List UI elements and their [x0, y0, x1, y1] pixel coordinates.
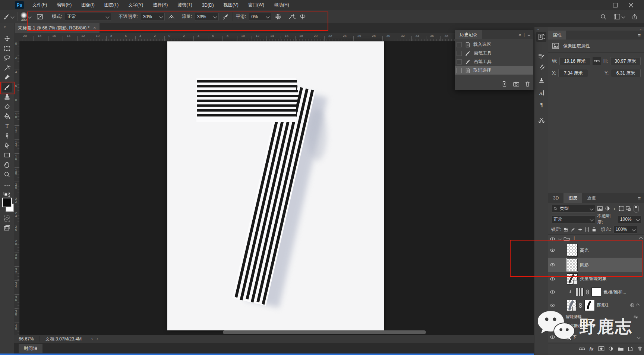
brush-tool[interactable] [2, 83, 12, 92]
move-tool[interactable] [2, 34, 12, 43]
filter-type-icon[interactable]: T [612, 206, 617, 211]
quick-selection-tool[interactable] [2, 63, 12, 72]
close-tab-button[interactable]: × [93, 25, 96, 31]
toggle-brush-settings-button[interactable] [36, 13, 44, 21]
y-field[interactable]: 6.31 厘米 [611, 69, 641, 77]
eyedropper-tool[interactable] [2, 73, 12, 82]
filter-pixel-icon[interactable] [597, 206, 603, 211]
lock-position-icon[interactable] [578, 227, 583, 232]
menu-image[interactable]: 图像(I) [76, 2, 99, 8]
menu-layer[interactable]: 图层(L) [100, 2, 124, 8]
zoom-tool[interactable] [2, 170, 12, 179]
opacity-input[interactable]: 30% [141, 13, 165, 21]
link-dimensions-button[interactable] [593, 57, 601, 65]
menu-select[interactable]: 选择(S) [148, 2, 173, 8]
lock-all-icon[interactable] [592, 227, 596, 232]
brushes-panel-icon[interactable] [536, 63, 546, 72]
history-panel-icon[interactable] [536, 32, 546, 42]
eye-icon[interactable] [550, 304, 555, 307]
brush-size-picker[interactable]: 300 [20, 12, 31, 22]
tab-channels[interactable]: 通道 [582, 193, 601, 203]
close-window-button[interactable] [625, 0, 637, 10]
tab-layers[interactable]: 图层 [564, 193, 582, 203]
menu-help[interactable]: 帮助(H) [269, 2, 294, 8]
scissors-panel-icon[interactable] [536, 115, 546, 125]
tab-3d[interactable]: 3D [548, 193, 564, 203]
layer-thumbnail[interactable] [567, 273, 578, 285]
smoothing-options-button[interactable] [274, 13, 282, 21]
lasso-tool[interactable] [2, 54, 12, 63]
menu-file[interactable]: 文件(F) [28, 2, 52, 8]
scroll-left-arrow[interactable]: ‹ [97, 336, 98, 342]
dock-collapse-button[interactable]: « [537, 28, 539, 31]
adjustment-layer-button[interactable] [606, 345, 615, 353]
paint-symmetry-button[interactable] [299, 13, 306, 21]
status-expand-button[interactable]: › [88, 336, 97, 342]
ruler-vertical[interactable]: 0246810121416182022242628303234363840 [14, 41, 20, 335]
history-item[interactable]: 画笔工具 [455, 49, 533, 57]
adjustment-layer-thumbnail[interactable] [575, 288, 584, 296]
new-document-from-state-icon[interactable] [501, 81, 508, 87]
layer-gaoguang[interactable]: 高光 [548, 243, 642, 257]
horizontal-scrollbar[interactable] [223, 330, 426, 334]
layer-hue-saturation[interactable]: 色相/饱和... [548, 286, 642, 298]
ruler-origin-corner[interactable] [14, 33, 20, 41]
group-expand-icon[interactable] [558, 237, 562, 241]
paint-bucket-tool[interactable] [2, 112, 12, 121]
eye-icon[interactable] [550, 290, 555, 294]
layer-opacity-input[interactable]: 100% [618, 216, 641, 223]
type-tool[interactable]: T [2, 122, 12, 131]
screen-mode-button[interactable] [2, 224, 12, 233]
character-panel-icon[interactable]: A [536, 88, 546, 98]
filter-toggle-switch[interactable] [634, 205, 639, 213]
menu-filter[interactable]: 滤镜(T) [173, 2, 197, 8]
properties-tab[interactable]: 属性 [548, 31, 566, 40]
eye-icon[interactable] [550, 237, 555, 241]
clone-stamp-tool[interactable] [2, 92, 12, 101]
fill-input[interactable]: 100% [613, 226, 637, 233]
path-selection-tool[interactable] [2, 141, 12, 150]
pen-tool[interactable] [2, 131, 12, 140]
filter-smart-object-icon[interactable] [626, 206, 631, 211]
quick-mask-button[interactable] [2, 214, 12, 223]
lock-transparency-icon[interactable] [564, 227, 568, 232]
layer-group-top[interactable]: 上 [548, 235, 642, 243]
zoom-level-field[interactable]: 66.67% [14, 336, 40, 342]
layer-filter-select[interactable]: 类型 [551, 205, 595, 213]
menu-edit[interactable]: 编辑(E) [52, 2, 76, 8]
panel-collapse-button[interactable]: » [519, 32, 521, 37]
new-layer-button[interactable] [626, 345, 635, 353]
airbrush-button[interactable] [222, 13, 229, 21]
history-source-checkbox[interactable] [457, 59, 462, 65]
delete-state-trash-icon[interactable] [525, 81, 530, 87]
filter-adjustment-icon[interactable] [605, 206, 610, 211]
panel-menu-icon[interactable]: ≡ [527, 32, 530, 38]
smoothing-input[interactable]: 0% [249, 13, 271, 21]
paragraph-panel-icon[interactable]: ¶ [536, 100, 546, 110]
rectangle-tool[interactable] [2, 151, 12, 160]
history-item[interactable]: 画笔工具 [455, 57, 533, 66]
document-tab[interactable]: 未标题-1 @ 66.7% (阴影, RGB/8#) * × [14, 23, 100, 33]
search-icon[interactable] [600, 13, 607, 20]
add-mask-button[interactable] [597, 345, 606, 353]
eye-icon[interactable] [550, 277, 555, 281]
layer-mask-thumbnail[interactable] [591, 288, 601, 296]
layer-yinying-selected[interactable]: 阴影 [548, 258, 642, 272]
workspace-switcher[interactable] [613, 13, 625, 20]
minimize-button[interactable] [594, 0, 607, 10]
lock-pixels-brush-icon[interactable] [571, 227, 575, 232]
history-source-checkbox[interactable] [457, 68, 462, 73]
share-icon[interactable] [631, 13, 638, 20]
collapse-effects-icon[interactable] [636, 304, 640, 307]
flow-input[interactable]: 33% [195, 13, 219, 21]
new-snapshot-camera-icon[interactable] [513, 81, 520, 87]
history-tab[interactable]: 历史记录 [455, 30, 482, 39]
blend-mode-select[interactable]: 正常 [65, 13, 111, 21]
layer-thumbnail[interactable] [567, 244, 578, 257]
layer-thumbnail-active[interactable] [567, 258, 578, 271]
delete-layer-button[interactable] [635, 345, 644, 353]
toolbar-collapse-button[interactable]: » [4, 25, 6, 29]
width-field[interactable]: 19.16 厘米 [559, 57, 590, 65]
eraser-tool[interactable] [2, 102, 12, 111]
menu-view[interactable]: 视图(V) [219, 2, 243, 8]
